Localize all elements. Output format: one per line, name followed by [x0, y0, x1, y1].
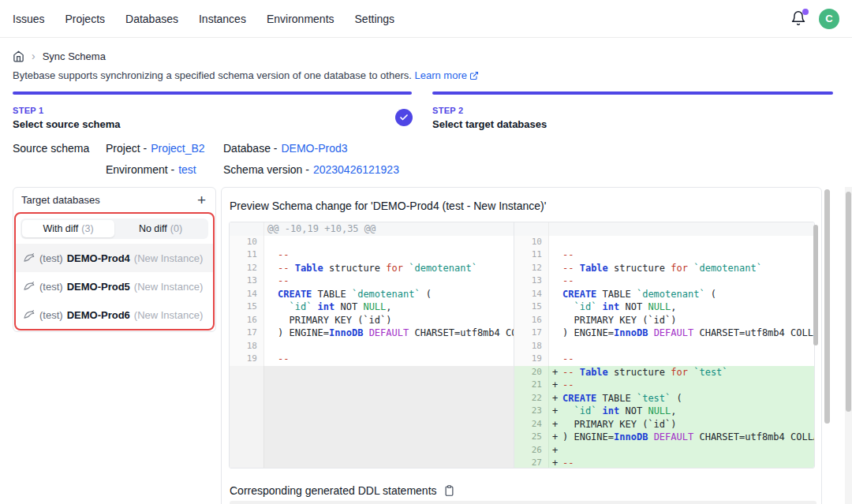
breadcrumb-chevron-icon: › — [32, 50, 36, 62]
breadcrumb: › Sync Schema — [13, 50, 106, 62]
diff-pane-source[interactable]: @@ -10,19 +10,35 @@10 11 --12 -- Table s… — [230, 222, 514, 468]
version-link[interactable]: 20230426121923 — [313, 163, 399, 176]
diff-line: 17 ) ENGINE=InnoDB DEFAULT CHARSET=utf8m… — [514, 327, 814, 340]
source-project: Project -Project_B2 — [106, 142, 205, 155]
diff-line: 17 ) ENGINE=InnoDB DEFAULT CHARSET=utf8m… — [230, 327, 514, 340]
project-link[interactable]: Project_B2 — [151, 142, 204, 155]
diff-empty-filler — [230, 366, 514, 469]
diff-line: 12 -- Table structure for `demotenant` — [230, 262, 514, 275]
nav-item-settings[interactable]: Settings — [355, 13, 395, 25]
learn-more-link[interactable]: Learn more — [414, 69, 478, 81]
copy-ddl-button[interactable] — [443, 484, 455, 497]
top-nav: IssuesProjectsDatabasesInstancesEnvironm… — [0, 0, 852, 38]
source-schema-label: Source schema — [13, 142, 89, 155]
diff-tabs: With diff(3)No diff(0) — [21, 218, 208, 239]
schema-diff-viewer: @@ -10,19 +10,35 @@10 11 --12 -- Table s… — [229, 222, 815, 469]
mysql-dolphin-icon — [23, 252, 36, 264]
target-databases-title: Target databases — [21, 194, 100, 206]
preview-title: Preview Schema change for 'DEMO-Prod4 (t… — [230, 200, 546, 212]
source-schema-version: Schema version -20230426121923 — [223, 163, 399, 176]
diff-line: 20+-- Table structure for `test` — [514, 366, 814, 379]
nav-items: IssuesProjectsDatabasesInstancesEnvironm… — [13, 13, 394, 25]
diff-line: 14 CREATE TABLE `demotenant` ( — [230, 288, 514, 301]
diff-hunk-header: @@ -10,19 +10,35 @@ — [230, 222, 514, 236]
diff-line: 18 — [514, 340, 814, 353]
nav-item-databases[interactable]: Databases — [125, 13, 178, 25]
database-label: Database - — [223, 142, 277, 155]
home-icon[interactable] — [13, 50, 24, 62]
step1-label: STEP 1 — [13, 106, 121, 115]
diff-line: 22+CREATE TABLE `test` ( — [514, 392, 814, 405]
step1-title: Select source schema — [13, 118, 121, 130]
preview-panel: Preview Schema change for 'DEMO-Prod4 (t… — [221, 187, 822, 504]
diff-line: 16 PRIMARY KEY (`id`) — [230, 314, 514, 327]
add-target-database-button[interactable]: + — [196, 192, 207, 207]
database-link[interactable]: DEMO-Prod3 — [281, 142, 347, 155]
diff-pane-target[interactable]: 10 11 --12 -- Table structure for `demot… — [514, 222, 814, 468]
step2-title: Select target databases — [432, 118, 547, 130]
step-2: STEP 2 Select target databases — [432, 106, 547, 130]
diff-line: 19 -- — [230, 353, 514, 366]
database-item-demo-prod4[interactable]: (test)DEMO-Prod4(New Instance) — [16, 244, 213, 272]
diff-line: 16 PRIMARY KEY (`id`) — [514, 314, 814, 327]
nav-item-projects[interactable]: Projects — [65, 13, 105, 25]
external-link-icon — [469, 71, 479, 83]
nav-right: C — [790, 9, 839, 29]
notification-dot — [802, 9, 809, 15]
diff-line: 11 -- — [230, 248, 514, 262]
diff-line: 15 `id` int NOT NULL, — [230, 301, 514, 314]
diff-line: 14 CREATE TABLE `demotenant` ( — [514, 288, 814, 301]
diff-line: 24+ PRIMARY KEY (`id`) — [514, 418, 814, 431]
environment-link[interactable]: test — [178, 163, 196, 176]
nav-item-environments[interactable]: Environments — [267, 13, 334, 25]
step-complete-check-icon — [395, 109, 413, 126]
intro-text: Bytebase supports synchronizing a specif… — [13, 69, 479, 83]
mysql-dolphin-icon — [23, 280, 36, 293]
target-database-list: (test)DEMO-Prod4(New Instance) (test)DEM… — [16, 244, 213, 329]
diff-hunk-header — [514, 222, 814, 236]
step2-label: STEP 2 — [432, 106, 547, 115]
environment-label: Environment - — [106, 163, 174, 176]
version-label: Schema version - — [223, 163, 309, 176]
project-label: Project - — [106, 142, 147, 155]
nav-item-issues[interactable]: Issues — [13, 13, 44, 25]
clipboard-icon — [443, 484, 455, 497]
target-databases-header: Target databases + — [13, 188, 215, 212]
diff-line: 27+-- — [514, 457, 814, 468]
source-database: Database -DEMO-Prod3 — [223, 142, 348, 155]
ddl-section-title: Corresponding generated DDL statements — [230, 484, 455, 497]
diff-line: 21+-- — [514, 379, 814, 392]
target-selection-box: With diff(3)No diff(0) (test)DEMO-Prod4(… — [14, 212, 215, 330]
intro-description: Bytebase supports synchronizing a specif… — [13, 69, 412, 81]
tab-no-diff[interactable]: No diff(0) — [114, 220, 207, 237]
step2-progress-bar — [432, 91, 833, 95]
database-item-demo-prod5[interactable]: (test)DEMO-Prod5(New Instance) — [16, 272, 213, 301]
tab-with-diff[interactable]: With diff(3) — [22, 220, 114, 237]
diff-line: 25+) ENGINE=InnoDB DEFAULT CHARSET=utf8m… — [514, 431, 814, 444]
diff-line: 15 `id` int NOT NULL, — [514, 301, 814, 314]
diff-line: 13 -- — [230, 274, 514, 288]
diff-line: 12 -- Table structure for `demotenant` — [514, 262, 814, 275]
diff-line: 10 — [514, 236, 814, 249]
diff-line: 11 -- — [514, 248, 814, 262]
diff-line: 19 -- — [514, 353, 814, 366]
diff-scrollbar-thumb[interactable] — [813, 225, 818, 345]
source-environment: Environment -test — [106, 163, 196, 176]
database-item-demo-prod6[interactable]: (test)DEMO-Prod6(New Instance) — [16, 301, 213, 329]
ddl-code-block-top — [230, 501, 816, 504]
step1-progress-bar — [13, 91, 412, 95]
diff-line: 13 -- — [514, 274, 814, 288]
diff-line: 23+ `id` int NOT NULL, — [514, 405, 814, 418]
target-databases-panel: Target databases + With diff(3)No diff(0… — [13, 187, 216, 332]
breadcrumb-current: Sync Schema — [43, 50, 106, 62]
page-scrollbar-thumb[interactable] — [846, 192, 851, 412]
mysql-dolphin-icon — [23, 308, 36, 321]
diff-line: 26+ — [514, 444, 814, 457]
diff-line: 18 — [230, 340, 514, 353]
notifications-button[interactable] — [790, 10, 808, 28]
avatar[interactable]: C — [819, 9, 839, 29]
step-1: STEP 1 Select source schema — [13, 106, 121, 130]
panel-scrollbar-thumb[interactable] — [824, 189, 830, 424]
diff-line: 10 — [230, 236, 514, 249]
nav-item-instances[interactable]: Instances — [199, 13, 246, 25]
